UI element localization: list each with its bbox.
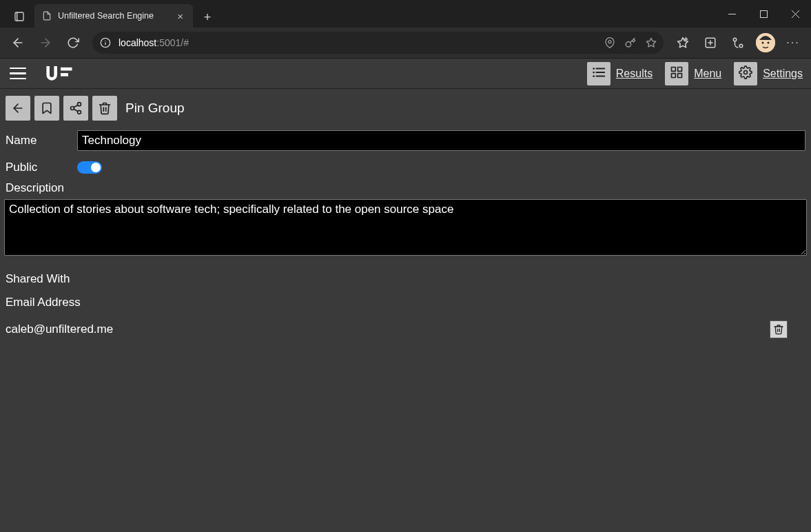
svg-point-18: [768, 42, 770, 44]
menu-nav-button[interactable]: Menu: [665, 62, 721, 85]
svg-rect-30: [678, 73, 682, 77]
settings-nav-button[interactable]: Settings: [734, 62, 803, 85]
page-icon: [41, 10, 52, 21]
name-input[interactable]: [77, 130, 805, 151]
address-bar[interactable]: localhost:5001/#: [92, 32, 664, 54]
profile-avatar[interactable]: [753, 30, 778, 55]
extensions-icon[interactable]: [726, 30, 750, 55]
delete-button[interactable]: [92, 96, 117, 121]
favorites-bar-icon[interactable]: [670, 30, 695, 55]
shared-with-label: Shared With: [4, 268, 807, 296]
settings-label: Settings: [763, 68, 803, 80]
shared-row: caleb@unfiltered.me: [4, 320, 807, 338]
svg-rect-20: [61, 73, 68, 76]
svg-point-6: [608, 41, 611, 43]
back-button[interactable]: [6, 96, 30, 121]
remove-shared-button[interactable]: [770, 320, 788, 338]
site-info-icon[interactable]: [99, 37, 112, 49]
bookmark-button[interactable]: [34, 96, 59, 121]
more-menu-button[interactable]: ···: [781, 30, 805, 55]
menu-label: Menu: [694, 68, 721, 80]
window-close-button[interactable]: [779, 0, 811, 28]
public-label: Public: [6, 161, 70, 174]
svg-point-31: [744, 70, 748, 74]
tab-actions-button[interactable]: [8, 6, 30, 28]
nav-back-button[interactable]: [6, 30, 30, 55]
app-logo[interactable]: [45, 66, 76, 81]
close-tab-icon[interactable]: ×: [174, 10, 186, 22]
list-icon: [591, 65, 606, 83]
results-nav-button[interactable]: Results: [587, 62, 653, 85]
description-input[interactable]: [4, 199, 807, 256]
grid-icon: [670, 65, 684, 82]
key-icon[interactable]: [625, 37, 636, 48]
page-title: Pin Group: [125, 101, 185, 116]
app-header: Results Menu Settings: [0, 59, 811, 89]
svg-marker-7: [646, 38, 655, 47]
nav-forward-button[interactable]: [33, 30, 58, 55]
favorite-icon[interactable]: [646, 37, 657, 48]
svg-rect-29: [672, 73, 676, 77]
shared-email: caleb@unfiltered.me: [6, 323, 770, 336]
browser-titlebar: Unfiltered Search Engine × +: [0, 0, 811, 28]
svg-line-36: [74, 105, 78, 107]
tab-title: Unfiltered Search Engine: [58, 11, 154, 21]
svg-point-25: [593, 71, 595, 73]
gear-icon: [739, 65, 752, 82]
svg-point-17: [762, 42, 764, 44]
svg-rect-19: [61, 67, 72, 70]
new-tab-button[interactable]: +: [197, 7, 218, 28]
window-maximize-button[interactable]: [748, 0, 779, 28]
results-label: Results: [616, 68, 653, 80]
collections-icon[interactable]: [698, 30, 723, 55]
location-icon[interactable]: [604, 37, 615, 48]
public-toggle[interactable]: [77, 161, 102, 174]
url-text: localhost:5001/#: [119, 37, 597, 48]
description-label: Description: [4, 181, 807, 199]
svg-point-24: [593, 68, 595, 70]
svg-rect-2: [760, 10, 767, 17]
nav-refresh-button[interactable]: [61, 30, 85, 55]
window-minimize-button[interactable]: [716, 0, 748, 28]
svg-rect-27: [672, 67, 676, 71]
browser-tab[interactable]: Unfiltered Search Engine ×: [34, 4, 193, 28]
name-label: Name: [6, 134, 70, 147]
svg-rect-28: [678, 67, 682, 71]
email-column-label: Email Address: [4, 296, 807, 320]
hamburger-menu-button[interactable]: [4, 60, 32, 88]
page-toolbar: Pin Group: [4, 92, 807, 127]
svg-line-35: [74, 109, 78, 111]
browser-toolbar: localhost:5001/# ···: [0, 28, 811, 58]
svg-point-26: [593, 75, 595, 77]
share-button[interactable]: [63, 96, 88, 121]
svg-rect-0: [15, 12, 23, 21]
svg-point-15: [739, 44, 743, 48]
